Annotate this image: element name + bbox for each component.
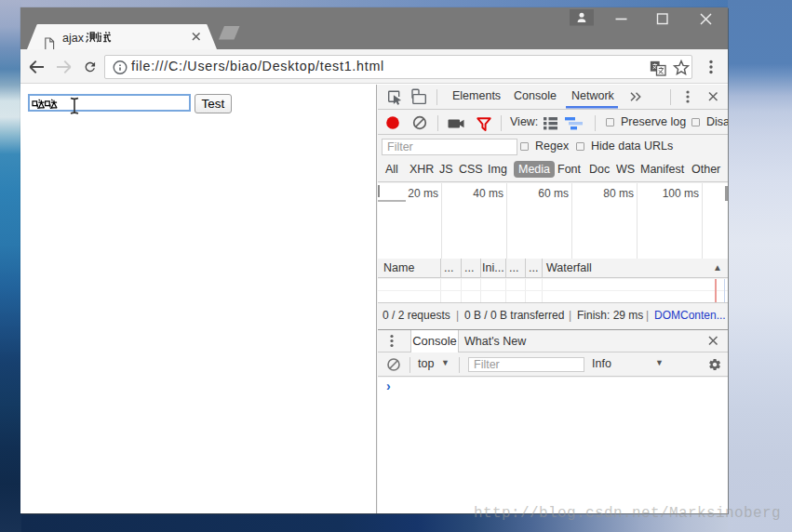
svg-text:ajax: ajax xyxy=(62,32,85,45)
